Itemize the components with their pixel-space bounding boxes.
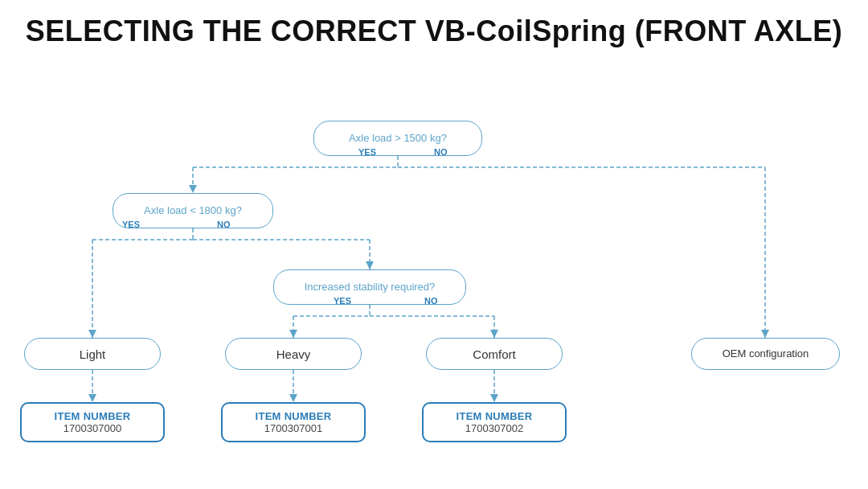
item-box-1700307001: ITEM NUMBER 1700307001 <box>221 402 366 442</box>
svg-marker-20 <box>490 330 498 338</box>
svg-marker-3 <box>189 185 197 193</box>
svg-marker-17 <box>289 330 297 338</box>
result-comfort: Comfort <box>426 338 563 370</box>
result-oem: OEM configuration <box>691 338 840 370</box>
yn-d1-no: NO <box>434 147 448 157</box>
yn-d2-no: NO <box>217 220 231 229</box>
yn-d3-yes: YES <box>334 296 351 306</box>
page-title: SELECTING THE CORRECT VB-CoilSpring (FRO… <box>0 0 868 56</box>
result-light: Light <box>24 338 161 370</box>
svg-marker-26 <box>490 394 498 402</box>
diagram-area: Axle load > 1500 kg? Axle load < 1800 kg… <box>0 56 868 466</box>
yn-d2-yes: YES <box>122 220 140 229</box>
yn-d3-no: NO <box>424 296 438 306</box>
svg-marker-24 <box>289 394 297 402</box>
svg-marker-22 <box>88 394 96 402</box>
svg-marker-10 <box>88 330 96 338</box>
svg-marker-6 <box>761 330 769 338</box>
item-box-1700307002: ITEM NUMBER 1700307002 <box>422 402 567 442</box>
svg-marker-13 <box>366 261 374 269</box>
item-box-1700307000: ITEM NUMBER 1700307000 <box>20 402 165 442</box>
yn-d1-yes: YES <box>358 147 376 157</box>
result-heavy: Heavy <box>225 338 362 370</box>
decision-axle-1500: Axle load > 1500 kg? <box>313 121 482 156</box>
